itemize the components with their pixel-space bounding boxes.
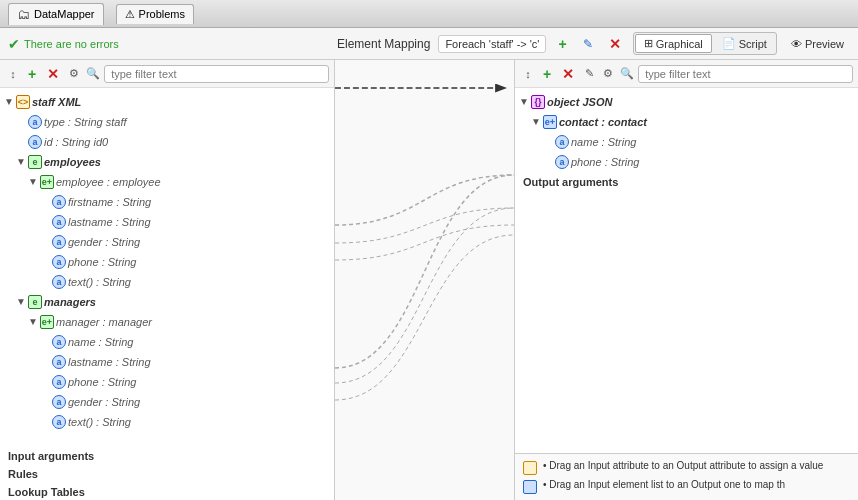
tree-item[interactable]: ▼e+ employee : employee	[0, 172, 334, 192]
left-plus-icon: +	[28, 66, 36, 82]
left-filter-input[interactable]	[104, 65, 329, 83]
tree-label: phone : String	[571, 153, 640, 171]
tree-item[interactable]: a name : String	[515, 132, 858, 152]
tree-label: manager : manager	[56, 313, 152, 331]
tree-item[interactable]: a phone : String	[0, 372, 334, 392]
left-toolbar: ↕ + ✕ ⚙ 🔍	[0, 60, 334, 88]
preview-eye-icon: 👁	[791, 38, 802, 50]
problems-tab[interactable]: ⚠ Problems	[116, 4, 194, 24]
tree-label: phone : String	[68, 373, 137, 391]
contact-icon: e+	[543, 115, 557, 129]
attr-icon: a	[52, 415, 66, 429]
tree-item[interactable]: a text() : String	[0, 272, 334, 292]
tree-toggle[interactable]: ▼	[16, 153, 28, 171]
tree-item[interactable]: ▼{} object JSON	[515, 92, 858, 112]
tree-label: object JSON	[547, 93, 612, 111]
right-gear-button[interactable]: ⚙	[600, 66, 616, 82]
tree-label: staff XML	[32, 93, 81, 111]
tab-script[interactable]: 📄 Script	[714, 35, 775, 52]
left-x-icon: ✕	[47, 66, 59, 82]
tab-preview[interactable]: 👁 Preview	[785, 36, 850, 52]
tree-label: managers	[44, 293, 96, 311]
hint-text-1: • Drag an Input attribute to an Output a…	[543, 460, 823, 471]
attr-icon: a	[52, 215, 66, 229]
tree-label: name : String	[68, 333, 133, 351]
tree-toggle[interactable]: ▼	[519, 93, 531, 111]
hint-icon-2	[523, 480, 537, 494]
problems-icon: ⚠	[125, 8, 135, 21]
right-delete-button[interactable]: ✕	[558, 64, 578, 84]
tree-item[interactable]: ▼e employees	[0, 152, 334, 172]
right-search-button[interactable]: 🔍	[619, 66, 635, 82]
tree-item[interactable]: ▼e+ manager : manager	[0, 312, 334, 332]
attr-icon: a	[28, 115, 42, 129]
tree-item[interactable]: a type : String staff	[0, 112, 334, 132]
tree-item[interactable]: a text() : String	[0, 412, 334, 432]
edit-mapping-button[interactable]: ✎	[579, 35, 597, 53]
tree-item[interactable]: ▼<> staff XML	[0, 92, 334, 112]
delete-mapping-button[interactable]: ✕	[605, 34, 625, 54]
tree-item[interactable]: ▼e+ contact : contact	[515, 112, 858, 132]
tab-graphical[interactable]: ⊞ Graphical	[635, 34, 712, 53]
tree-item[interactable]: a lastname : String	[0, 352, 334, 372]
attr-icon: a	[52, 395, 66, 409]
tree-item[interactable]: a firstname : String	[0, 192, 334, 212]
tree-label: firstname : String	[68, 193, 151, 211]
tree-toggle[interactable]: ▼	[4, 93, 16, 111]
add-mapping-button[interactable]: +	[554, 34, 570, 54]
left-gear-button[interactable]: ⚙	[66, 66, 82, 82]
tree-item[interactable]: a name : String	[0, 332, 334, 352]
rules-label: Rules	[0, 464, 334, 482]
elem-icon: e+	[40, 175, 54, 189]
elem-icon: e+	[40, 315, 54, 329]
app-icon: 🗂	[17, 7, 30, 22]
graphical-label: Graphical	[656, 38, 703, 50]
tree-label: contact : contact	[559, 113, 647, 131]
right-filter-input[interactable]	[638, 65, 853, 83]
left-add-button[interactable]: +	[24, 64, 40, 84]
middle-panel	[335, 60, 515, 500]
foreach-badge[interactable]: Foreach 'staff' -> 'c'	[438, 35, 546, 53]
tree-item[interactable]: a gender : String	[0, 392, 334, 412]
tree-item[interactable]: a phone : String	[0, 252, 334, 272]
right-tool-arrow[interactable]: ↕	[520, 66, 536, 82]
tree-toggle[interactable]: ▼	[28, 313, 40, 331]
delete-icon: ✕	[609, 36, 621, 52]
tree-toggle[interactable]: ▼	[28, 173, 40, 191]
tree-toggle[interactable]: ▼	[16, 293, 28, 311]
right-panel: ↕ + ✕ ✎ ⚙ 🔍 ▼{} object JSON▼e+ contact :…	[515, 60, 858, 500]
tree-item[interactable]: a phone : String	[515, 152, 858, 172]
tree-label: gender : String	[68, 233, 140, 251]
tree-item[interactable]: a lastname : String	[0, 212, 334, 232]
hint-row-1: • Drag an Input attribute to an Output a…	[523, 458, 850, 477]
attr-icon: a	[52, 375, 66, 389]
tree-label: phone : String	[68, 253, 137, 271]
app-tab[interactable]: 🗂 DataMapper	[8, 3, 104, 25]
tree-label: type : String staff	[44, 113, 127, 131]
tree-label: employee : employee	[56, 173, 161, 191]
left-search-button[interactable]: 🔍	[85, 66, 101, 82]
element-mapping-label: Element Mapping	[337, 37, 430, 51]
tree-label: name : String	[571, 133, 636, 151]
app-name: DataMapper	[34, 8, 95, 20]
right-edit-button[interactable]: ✎	[581, 66, 597, 82]
preview-label: Preview	[805, 38, 844, 50]
status-check-icon: ✔	[8, 36, 20, 52]
right-plus-icon: +	[543, 66, 551, 82]
attr-icon: a	[555, 155, 569, 169]
elem-icon: e	[28, 295, 42, 309]
right-tree: ▼{} object JSON▼e+ contact : contacta na…	[515, 88, 858, 453]
left-tool-arrow[interactable]: ↕	[5, 66, 21, 82]
input-arguments-label: Input arguments	[0, 446, 334, 464]
right-x-icon: ✕	[562, 66, 574, 82]
right-add-button[interactable]: +	[539, 64, 555, 84]
tree-label: lastname : String	[68, 213, 151, 231]
tree-item[interactable]: a id : String id0	[0, 132, 334, 152]
attr-icon: a	[52, 195, 66, 209]
tree-item[interactable]: a gender : String	[0, 232, 334, 252]
main-content: ↕ + ✕ ⚙ 🔍 ▼<> staff XMLa type : String s…	[0, 60, 858, 500]
tree-toggle[interactable]: ▼	[531, 113, 543, 131]
left-delete-button[interactable]: ✕	[43, 64, 63, 84]
script-label: Script	[739, 38, 767, 50]
tree-item[interactable]: ▼e managers	[0, 292, 334, 312]
